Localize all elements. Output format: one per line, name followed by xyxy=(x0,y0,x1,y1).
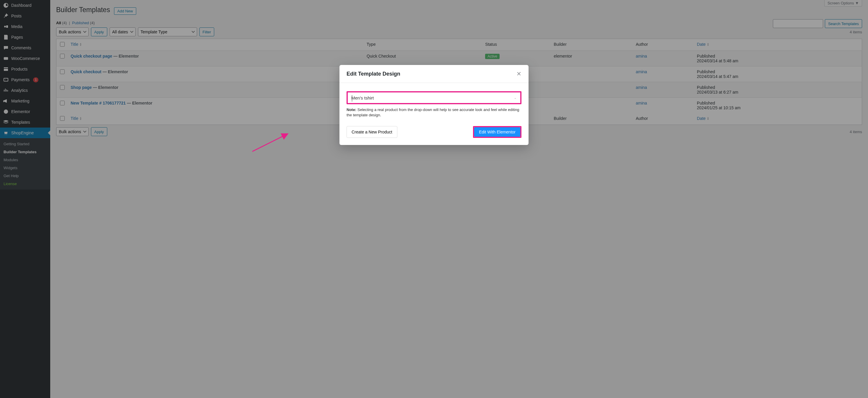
chevron-down-icon: ⌄ xyxy=(514,96,517,100)
modal-close-button[interactable]: ✕ xyxy=(517,70,522,77)
modal-header: Edit Template Design ✕ xyxy=(339,65,529,83)
text-cursor-icon xyxy=(352,95,352,102)
product-select-value: Men's tshirt xyxy=(351,95,374,100)
create-product-button[interactable]: Create a New Product xyxy=(346,126,397,138)
edit-template-modal: Edit Template Design ✕ Men's tshirt ⌄ No… xyxy=(339,65,529,145)
annotation-arrow-icon xyxy=(249,131,297,155)
close-icon: ✕ xyxy=(517,71,522,77)
modal-footer: Create a New Product Edit With Elementor xyxy=(339,120,529,145)
modal-overlay[interactable]: Edit Template Design ✕ Men's tshirt ⌄ No… xyxy=(0,0,868,398)
svg-line-5 xyxy=(252,134,288,152)
modal-title: Edit Template Design xyxy=(346,71,400,77)
edit-button-highlight: Edit With Elementor xyxy=(473,126,522,138)
note-text: Note: Selecting a real product from the … xyxy=(346,107,522,118)
edit-with-elementor-button[interactable]: Edit With Elementor xyxy=(474,127,520,137)
modal-body: Men's tshirt ⌄ Note: Selecting a real pr… xyxy=(339,83,529,120)
product-select[interactable]: Men's tshirt ⌄ xyxy=(346,91,522,104)
